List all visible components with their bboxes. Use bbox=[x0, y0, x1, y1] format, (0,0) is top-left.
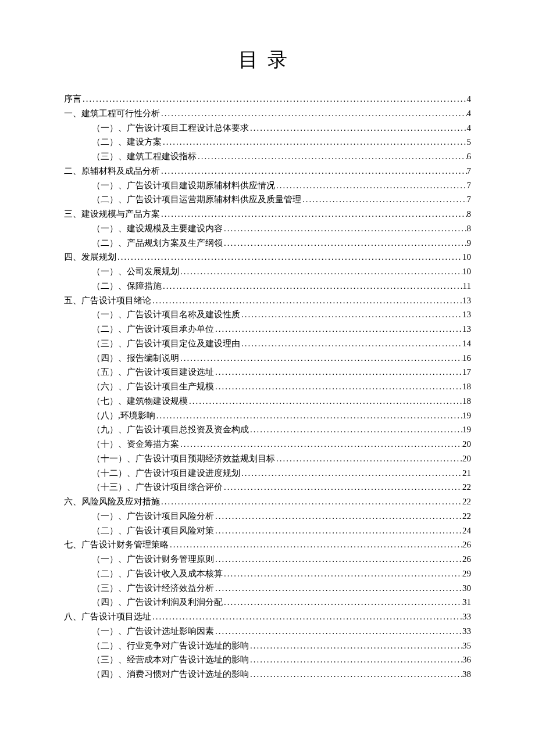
toc-leader-dots bbox=[275, 178, 467, 193]
toc-entry-text: （六）、广告设计项目生产规模 bbox=[92, 379, 214, 394]
toc-entry-page: 20 bbox=[462, 437, 471, 452]
toc-entry: （一）、广告设计项目建设期原辅材料供应情况7 bbox=[64, 178, 471, 193]
toc-entry-text: （十二）、广告设计项目建设进度规划 bbox=[92, 466, 240, 481]
toc-entry-page: 35 bbox=[462, 639, 471, 653]
toc-leader-dots bbox=[223, 595, 462, 610]
toc-entry: （四）、广告设计利润及利润分配31 bbox=[64, 595, 471, 610]
toc-entry: （一）、广告设计财务管理原则26 bbox=[64, 552, 471, 567]
toc-entry-page: 13 bbox=[462, 293, 471, 308]
toc-entry-text: 一、建筑工程可行性分析 bbox=[64, 106, 160, 121]
toc-entry-page: 7 bbox=[467, 178, 472, 193]
toc-leader-dots bbox=[155, 409, 462, 423]
toc-entry: （三）、广告设计项目定位及建设理由14 bbox=[64, 336, 471, 351]
toc-entry-page: 13 bbox=[462, 322, 471, 336]
toc-leader-dots bbox=[249, 639, 462, 653]
toc-leader-dots bbox=[169, 538, 462, 552]
toc-entry-page: 16 bbox=[462, 351, 471, 366]
toc-entry-text: （一）、广告设计项目工程设计总体要求 bbox=[92, 121, 249, 135]
toc-entry-text: 二、原辅材料及成品分析 bbox=[64, 164, 160, 178]
toc-entry: （七）、建筑物建设规模18 bbox=[64, 394, 471, 409]
toc-entry-page: 4 bbox=[467, 92, 472, 106]
toc-entry-text: （二）、广告设计项目风险对策 bbox=[92, 524, 214, 538]
toc-leader-dots bbox=[214, 552, 462, 567]
toc-entry-page: 33 bbox=[462, 624, 471, 639]
toc-entry: （十一）、广告设计项目预期经济效益规划目标20 bbox=[64, 452, 471, 466]
toc-entry: （一）、公司发展规划10 bbox=[64, 264, 471, 279]
toc-entry: （一）、广告设计项目名称及建设性质13 bbox=[64, 307, 471, 322]
toc-entry-page: 29 bbox=[462, 567, 471, 581]
toc-entry-text: （一）、广告设计财务管理原则 bbox=[92, 552, 214, 567]
toc-entry: 四、发展规划10 bbox=[64, 250, 471, 264]
toc-entry: （二）、产品规划方案及生产纲领9 bbox=[64, 236, 471, 250]
toc-entry: 五、广告设计项目绪论13 bbox=[64, 293, 471, 308]
toc-entry-text: （一）、建设规模及主要建设内容 bbox=[92, 221, 223, 236]
toc-leader-dots bbox=[162, 135, 467, 149]
toc-entry-page: 10 bbox=[462, 250, 471, 264]
toc-entry: （六）、广告设计项目生产规模18 bbox=[64, 379, 471, 394]
toc-entry: 一、建筑工程可行性分析4 bbox=[64, 106, 471, 121]
toc-entry-text: （七）、建筑物建设规模 bbox=[92, 394, 188, 409]
toc-entry-text: （三）、广告设计项目定位及建设理由 bbox=[92, 336, 240, 351]
toc-entry-page: 24 bbox=[462, 524, 471, 538]
toc-entry-text: （四）、广告设计利润及利润分配 bbox=[92, 595, 223, 610]
toc-leader-dots bbox=[214, 624, 462, 639]
toc-entry-page: 21 bbox=[462, 466, 471, 481]
toc-entry-page: 4 bbox=[467, 121, 472, 135]
toc-entry: （三）、经营成本对广告设计选址的影响36 bbox=[64, 653, 471, 667]
toc-leader-dots bbox=[214, 581, 462, 596]
toc-entry-text: （一）、广告设计选址影响因素 bbox=[92, 624, 214, 639]
toc-leader-dots bbox=[240, 336, 462, 351]
toc-entry: （八）,环境影响19 bbox=[64, 409, 471, 423]
toc-leader-dots bbox=[275, 452, 462, 466]
toc-entry-text: （十）、资金筹措方案 bbox=[92, 437, 179, 452]
toc-entry-text: 四、发展规划 bbox=[64, 250, 116, 264]
toc-entry-text: 五、广告设计项目绪论 bbox=[64, 293, 151, 308]
toc-entry-text: （一）、广告设计项目名称及建设性质 bbox=[92, 307, 240, 322]
toc-entry-text: （四）、报告编制说明 bbox=[92, 351, 179, 366]
toc-entry: （三）、建筑工程建设指标6 bbox=[64, 149, 471, 164]
toc-entry-text: （五）、广告设计项目建设选址 bbox=[92, 365, 214, 379]
toc-entry-text: 六、风险风险及应对措施 bbox=[64, 495, 160, 509]
toc-entry-text: （二）、广告设计项目运营期原辅材料供应及质量管理 bbox=[92, 192, 301, 207]
toc-leader-dots bbox=[249, 667, 462, 682]
toc-entry: （二）、保障措施11 bbox=[64, 279, 471, 293]
toc-entry-text: （三）、经营成本对广告设计选址的影响 bbox=[92, 653, 249, 667]
toc-entry-page: 8 bbox=[467, 207, 472, 221]
toc-leader-dots bbox=[160, 495, 462, 509]
toc-entry: 序言4 bbox=[64, 92, 471, 106]
page-title: 目录 bbox=[64, 46, 471, 73]
toc-entry: 六、风险风险及应对措施22 bbox=[64, 495, 471, 509]
toc-entry-page: 36 bbox=[462, 653, 471, 667]
toc-entry-page: 4 bbox=[467, 106, 472, 121]
toc-entry: （二）、行业竞争对广告设计选址的影响35 bbox=[64, 639, 471, 653]
toc-entry-page: 7 bbox=[467, 192, 472, 207]
toc-entry: （十三）、广告设计项目综合评价22 bbox=[64, 480, 471, 495]
toc-leader-dots bbox=[240, 307, 462, 322]
toc-entry: （五）、广告设计项目建设选址17 bbox=[64, 365, 471, 379]
toc-entry-text: （二）、广告设计项目承办单位 bbox=[92, 322, 214, 336]
toc-leader-dots bbox=[151, 293, 462, 308]
toc-entry-text: （一）、公司发展规划 bbox=[92, 264, 179, 279]
toc-entry-text: （四）、消费习惯对广告设计选址的影响 bbox=[92, 667, 249, 682]
toc-entry: 三、建设规模与产品方案8 bbox=[64, 207, 471, 221]
toc-entry-text: （十一）、广告设计项目预期经济效益规划目标 bbox=[92, 452, 275, 466]
toc-leader-dots bbox=[160, 207, 467, 221]
toc-leader-dots bbox=[214, 322, 462, 336]
toc-entry-page: 6 bbox=[467, 149, 472, 164]
toc-leader-dots bbox=[223, 221, 467, 236]
toc-leader-dots bbox=[151, 610, 462, 624]
toc-entry-page: 20 bbox=[462, 452, 471, 466]
toc-leader-dots bbox=[197, 149, 467, 164]
toc-entry: （二）、建设方案5 bbox=[64, 135, 471, 149]
toc-leader-dots bbox=[249, 653, 462, 667]
toc-entry: 八、广告设计项目选址33 bbox=[64, 610, 471, 624]
toc-entry-page: 19 bbox=[462, 422, 471, 437]
toc-entry: （一）、建设规模及主要建设内容8 bbox=[64, 221, 471, 236]
table-of-contents: 序言4一、建筑工程可行性分析4（一）、广告设计项目工程设计总体要求4（二）、建设… bbox=[64, 92, 471, 682]
toc-entry-page: 5 bbox=[467, 135, 472, 149]
toc-entry: （一）、广告设计项目风险分析22 bbox=[64, 509, 471, 524]
toc-leader-dots bbox=[116, 250, 462, 264]
toc-entry-text: （二）、广告设计收入及成本核算 bbox=[92, 567, 223, 581]
toc-entry-page: 22 bbox=[462, 495, 471, 509]
toc-leader-dots bbox=[214, 524, 462, 538]
